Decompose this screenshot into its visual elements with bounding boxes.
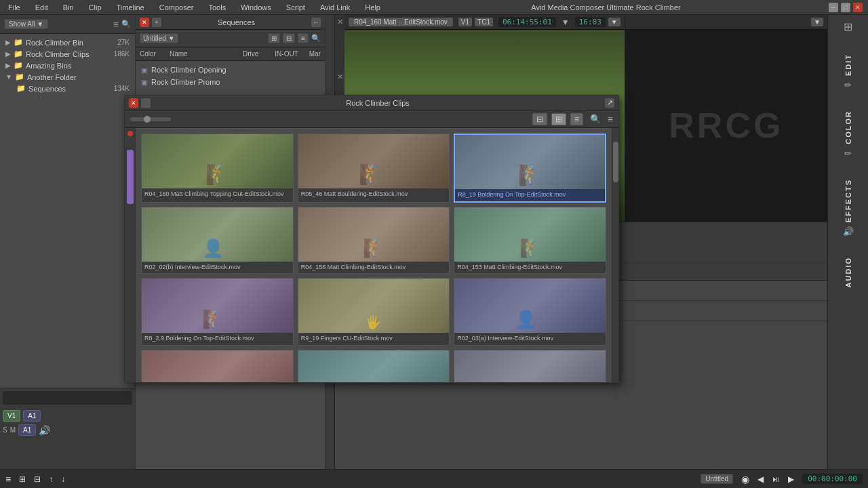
seq-search-icon[interactable]: 🔍 [311,34,321,43]
clip-thumb-10: 🧗 [298,350,450,382]
clips-left-close[interactable] [127,131,133,136]
seq-expand-button[interactable]: + [152,18,161,27]
clip-item-6[interactable]: 🧗 R8_2.9 Boldering On Top-EditStock.mov [141,278,294,346]
color-icon[interactable]: ✏ [844,148,852,159]
seq-row-1[interactable]: ▣ Rock Climber Promo [138,76,322,88]
clip-item-4[interactable]: 🧗 R04_156 Matt Climbing-EditStock.mov [298,207,450,274]
seq-close-button[interactable]: ✕ [140,18,149,27]
project-name-button[interactable]: Untitled [701,474,733,484]
seq-frame-view[interactable]: ⊟ [283,33,295,43]
clip-item-5[interactable]: 🧗 R04_153 Matt Climbing-EditStock.mov [454,207,606,274]
source-dropdown[interactable]: ▼ [608,18,620,26]
scroll-bar[interactable] [3,391,132,405]
v1-button[interactable]: V1 [3,410,20,422]
tc1-label: TC1 [475,18,493,26]
clip-item-7[interactable]: 🖐 R9_19 Fingers CU-EditStock.mov [298,278,450,346]
show-all-dropdown[interactable]: Show All ▼ [4,19,48,29]
clip-item-9[interactable]: 🧗 Clip... [141,350,294,382]
clips-collapse-button[interactable]: ↗ [605,98,614,108]
clip-figure-4: 🧗 [363,238,384,259]
menu-item-script[interactable]: Script [283,2,308,13]
menu-item-tools[interactable]: Tools [205,2,229,13]
maximize-button[interactable]: □ [841,3,850,12]
source-timecode-caret[interactable]: ▼ [559,18,572,27]
bin-search-icon[interactable]: 🔍 [121,20,131,28]
status-icon-2[interactable]: ⊟ [34,474,41,484]
seq-grid-view[interactable]: ⊞ [268,33,280,43]
clip-item-8[interactable]: 👤 R02_03(a) Interview-EditStock.mov [454,278,606,346]
clips-scrollbar[interactable] [612,128,618,382]
bin-item-3[interactable]: ▼ 📁 Another Folder [3,71,132,83]
audio-section: AUDIO [844,257,852,287]
menu-item-help[interactable]: Help [362,2,383,13]
clips-grid-view-btn[interactable]: ⊞ [551,113,566,125]
outer-close-icon[interactable]: ✕ [337,18,343,26]
a1-button[interactable]: A1 [23,410,41,422]
bin-item-0[interactable]: ▶ 📁 Rock Climber Bin 27K [3,37,132,48]
clips-frame-view-btn[interactable]: ⊟ [532,113,547,125]
menu-item-file[interactable]: File [5,2,23,13]
clip-item-0[interactable]: 🧗 R04_160 Matt Climbing Topping Out-Edit… [141,134,294,203]
audio-sidebar-label[interactable]: AUDIO [844,257,852,287]
effects-icon[interactable]: 🔊 [843,226,854,237]
seq-collapse-button[interactable]: ← [311,18,321,27]
status-icon-1[interactable]: ⊞ [19,474,26,484]
clips-grid: 🧗 R04_160 Matt Climbing Topping Out-Edit… [136,128,612,382]
menu-item-bin[interactable]: Bin [60,2,77,13]
vt-label: V1 [458,18,472,26]
clips-scrollbar-thumb[interactable] [613,142,618,182]
status-icon-4[interactable]: ↓ [61,474,65,484]
seq-dropdown[interactable]: Untitled ▼ [140,33,178,43]
status-icon-5[interactable]: ◉ [741,474,749,485]
clip-item-11[interactable]: 👤 Clip... [454,350,606,382]
clip-item-3[interactable]: 👤 R02_02(b) Interview-EditStock.mov [141,207,294,274]
clip-figure-1: 🧗 [359,163,382,186]
bin-menu-icon[interactable]: ≡ [113,19,119,30]
outer-close-icon-2[interactable]: ✕ [337,73,343,81]
zoom-slider[interactable] [130,117,171,121]
seq-toolbar: Untitled ▼ ⊞ ⊟ ≡ 🔍 [136,30,325,47]
seq-titlebar: ✕ + Sequences ← [136,15,325,30]
right-sidebar-icon-top[interactable]: ⊞ [844,20,852,33]
close-button[interactable]: ✕ [853,3,863,12]
clip-item-1[interactable]: 🧗 R05_46 Matt Bouldering-EditStock.mov [298,134,450,203]
clips-close-button[interactable]: ✕ [129,98,138,108]
bin-item-2[interactable]: ▶ 📁 Amazing Bins [3,60,132,71]
clips-search-icon[interactable]: 🔍 [590,114,601,124]
status-next-frame[interactable]: ▶ [788,474,794,484]
record-watermark: RRCG [669,105,783,146]
record-dropdown[interactable]: ▼ [811,18,823,26]
edit-icon[interactable]: ✏ [844,80,852,90]
clip-item-10[interactable]: 🧗 Clip... [298,350,450,382]
clip-thumb-8: 👤 [454,279,606,333]
menu-item-timeline[interactable]: Timeline [114,2,147,13]
seq-row-0[interactable]: ▣ Rock Climber Opening [138,64,322,76]
menu-item-windows[interactable]: Windows [238,2,274,13]
status-play[interactable]: ⏯ [772,474,780,484]
clips-list-view-btn[interactable]: ≡ [570,113,583,125]
bin-header: Show All ▼ ≡ 🔍 [0,15,135,34]
edit-label[interactable]: EDIT [844,54,852,76]
bin-item-4[interactable]: 📁 Sequences 134K [14,83,132,94]
minimize-button[interactable]: ─ [829,3,838,12]
clip-figure-7: 🖐 [365,314,382,330]
menu-item-composer[interactable]: Composer [157,2,197,13]
color-label[interactable]: COLOR [844,110,852,144]
bin-item-1[interactable]: ▶ 📁 Rock Climber Clips 186K [3,48,132,60]
clip-item-2[interactable]: 🧗 R8_19 Boldering On Top-EditStock.mov [454,134,606,203]
clips-expand-button[interactable] [141,98,151,108]
menu-item-clip[interactable]: Clip [86,2,104,13]
status-hamburger[interactable]: ≡ [5,474,11,485]
bin-item-icon-3: 📁 [15,73,24,81]
clip-thumb-2: 🧗 [455,135,605,189]
effects-label[interactable]: EFFECTS [844,179,852,222]
seq-list-view[interactable]: ≡ [298,33,309,43]
zoom-slider-thumb[interactable] [144,116,151,123]
menu-item-edit[interactable]: Edit [33,2,51,13]
clips-menu-icon[interactable]: ≡ [608,114,613,125]
menu-item-avid-link[interactable]: Avid Link [317,2,353,13]
source-filename[interactable]: R04_160 Matt ...EditStock.mov [349,18,453,26]
status-icon-3[interactable]: ↑ [49,474,53,484]
a1-small-button[interactable]: A1 [18,424,36,436]
status-prev-frame[interactable]: ◀ [757,474,764,484]
